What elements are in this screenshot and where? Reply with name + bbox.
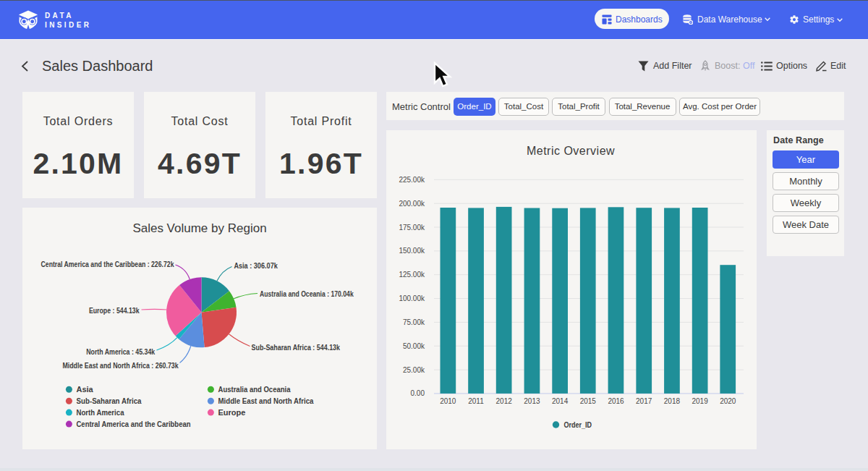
svg-text:Sub-Saharan Africa : 544.13k: Sub-Saharan Africa : 544.13k — [252, 343, 341, 352]
svg-text:Order_ID: Order_ID — [564, 420, 592, 429]
svg-text:Australia and Oceania : 170.04: Australia and Oceania : 170.04k — [260, 289, 354, 298]
svg-text:Central America and the Caribb: Central America and the Caribbean : 226.… — [41, 260, 175, 268]
svg-text:2016: 2016 — [608, 397, 624, 405]
svg-text:125.00k: 125.00k — [399, 271, 425, 279]
svg-text:2017: 2017 — [636, 397, 652, 405]
svg-text:75.00k: 75.00k — [403, 318, 425, 326]
svg-text:Sales Volume by Region: Sales Volume by Region — [132, 221, 266, 235]
svg-text:2013: 2013 — [524, 397, 540, 405]
svg-text:2010: 2010 — [440, 397, 456, 405]
svg-text:North America: North America — [77, 408, 125, 417]
svg-text:150.00k: 150.00k — [399, 247, 425, 255]
svg-text:Metric Overview: Metric Overview — [527, 145, 615, 157]
svg-text:2020: 2020 — [720, 397, 736, 405]
svg-text:175.00k: 175.00k — [399, 224, 425, 232]
svg-text:Middle East and North Africa :: Middle East and North Africa : 260.73k — [62, 361, 179, 370]
svg-text:0.00: 0.00 — [411, 389, 425, 397]
svg-text:Sub-Saharan Africa: Sub-Saharan Africa — [77, 396, 142, 405]
svg-text:225.00k: 225.00k — [399, 176, 425, 184]
svg-text:100.00k: 100.00k — [399, 294, 425, 302]
svg-text:2014: 2014 — [552, 397, 569, 405]
svg-text:200.00k: 200.00k — [399, 200, 425, 208]
svg-text:25.00k: 25.00k — [403, 366, 425, 374]
svg-text:Central America and the Caribb: Central America and the Caribbean — [77, 420, 191, 428]
svg-text:2011: 2011 — [468, 397, 484, 405]
svg-text:Europe: Europe — [218, 408, 246, 417]
svg-text:2015: 2015 — [580, 397, 597, 405]
svg-text:2012: 2012 — [496, 397, 513, 405]
svg-text:Asia: Asia — [77, 385, 94, 394]
svg-text:North America : 45.34k: North America : 45.34k — [86, 347, 156, 356]
svg-text:Asia : 306.07k: Asia : 306.07k — [234, 261, 278, 270]
svg-text:Middle East and North Africa: Middle East and North Africa — [218, 396, 315, 405]
svg-text:50.00k: 50.00k — [403, 342, 425, 350]
svg-text:Europe : 544.13k: Europe : 544.13k — [89, 306, 140, 315]
svg-text:2018: 2018 — [664, 397, 681, 405]
svg-text:Australia and Oceania: Australia and Oceania — [218, 385, 292, 394]
svg-text:2019: 2019 — [692, 397, 708, 405]
